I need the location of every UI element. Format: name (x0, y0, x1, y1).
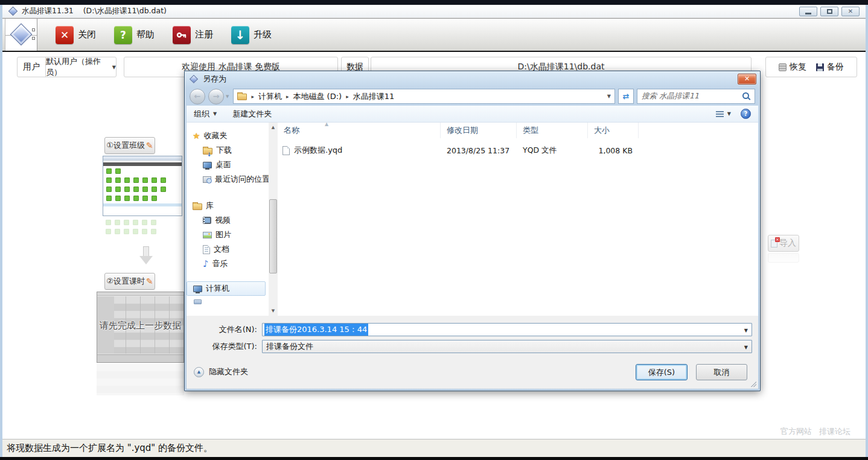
app-icon (8, 7, 18, 16)
official-site-link[interactable]: 官方网站 (780, 426, 812, 437)
chevron-down-icon: ▼ (213, 111, 217, 117)
file-size: 1,008 KB (588, 146, 639, 155)
key-icon (173, 26, 191, 44)
close-app-button[interactable]: ✕ 关闭 (56, 26, 96, 44)
sidebar-item-documents[interactable]: 文档 (187, 242, 269, 257)
scroll-up-icon[interactable]: ▲ (269, 123, 278, 132)
maximize-button[interactable] (820, 7, 838, 16)
main-toolbar: ✕ 关闭 ? 帮助 注册 ↓ 升级 (2, 18, 866, 52)
import-button[interactable]: 导入 (768, 235, 799, 252)
column-size[interactable]: 大小 (588, 123, 639, 138)
user-group: 用户 默认用户（操作员） ▼ (17, 57, 116, 77)
dialog-command-bar: 组织 ▼ 新建文件夹 ▼ ? (187, 106, 758, 123)
refresh-button[interactable]: ⇄ (618, 89, 634, 104)
dialog-title: 另存为 (203, 74, 226, 85)
new-folder-button[interactable]: 新建文件夹 (232, 109, 272, 120)
computer-icon (193, 286, 202, 292)
dialog-close-button[interactable]: ✕ (738, 74, 756, 85)
step1-set-classes-button[interactable]: ①设置班级 ✎ (104, 137, 155, 154)
sidebar-scrollbar[interactable]: ▲ ▼ (269, 123, 278, 316)
chevron-down-icon[interactable]: ▼ (744, 345, 748, 350)
file-type: YQD 文件 (517, 145, 588, 156)
breadcrumb-local-disk[interactable]: 本地磁盘 (D:) (293, 91, 342, 102)
forward-button[interactable]: → (208, 89, 224, 104)
views-button[interactable]: ▼ (716, 111, 731, 117)
column-empty (639, 123, 758, 138)
user-select[interactable]: 默认用户（操作员） ▼ (46, 56, 116, 78)
column-name[interactable]: 名称 (278, 123, 441, 138)
filename-input[interactable]: 排课备份2016.3.14 15：44 ▼ (262, 323, 752, 336)
app-logo-cell (5, 19, 37, 51)
column-date-modified[interactable]: 修改日期 (441, 123, 517, 138)
sidebar-item-recent-places[interactable]: 最近访问的位置 (187, 172, 269, 187)
savetype-select[interactable]: 排课备份文件 ▼ (262, 340, 752, 353)
sidebar-item-music[interactable]: ♪ 音乐 (187, 257, 269, 271)
window-bottom-border (0, 457, 868, 460)
question-icon: ? (114, 26, 132, 44)
breadcrumb-separator-icon: ▸ (251, 94, 254, 100)
timetable-thumbnail-reflection (97, 364, 184, 395)
sort-ascending-icon: ▲ (325, 121, 328, 127)
upgrade-button[interactable]: ↓ 升级 (231, 26, 272, 44)
dialog-nav-bar: ← → ▼ ▸ 计算机 ▸ 本地磁盘 (D:) ▸ 水晶排课11 ▼ ⇄ 搜索 … (187, 87, 758, 106)
column-type[interactable]: 类型 (517, 123, 588, 138)
chevron-down-icon[interactable]: ▼ (744, 328, 748, 333)
address-dropdown-icon[interactable]: ▼ (607, 94, 611, 99)
pencil-icon: ✎ (146, 276, 153, 286)
savetype-value: 排课备份文件 (264, 341, 313, 352)
user-label: 用户 (18, 57, 46, 77)
file-row[interactable]: 示例数据.yqd 2013/8/25 11:37 YQD 文件 1,008 KB (278, 143, 758, 158)
breadcrumb-separator-icon: ▸ (346, 94, 349, 100)
backup-button[interactable]: 备份 (816, 62, 844, 72)
down-arrow-icon (139, 246, 153, 269)
sidebar-item-libraries[interactable]: 库 (187, 199, 269, 213)
close-window-button[interactable]: ✕ (841, 7, 860, 16)
sidebar-item-computer[interactable]: 计算机 (187, 281, 266, 296)
savetype-label: 保存类型(T): (187, 341, 262, 352)
scroll-down-icon[interactable]: ▼ (269, 306, 278, 316)
help-icon[interactable]: ? (741, 109, 751, 119)
sidebar-item-pictures[interactable]: 图片 (187, 228, 269, 242)
step2-set-periods-button[interactable]: ②设置课时 ✎ (104, 273, 155, 290)
back-button[interactable]: ← (190, 89, 205, 104)
file-date: 2013/8/25 11:37 (441, 146, 517, 155)
restore-button[interactable]: 恢复 (779, 62, 806, 72)
import-file-icon (771, 240, 777, 248)
sidebar-item-favorites[interactable]: ★ 收藏夹 (187, 129, 269, 143)
register-button[interactable]: 注册 (173, 26, 213, 44)
sidebar-item-downloads[interactable]: ↓ 下载 (187, 143, 269, 158)
chevron-down-icon: ▼ (727, 111, 731, 117)
dialog-app-icon (190, 75, 198, 83)
save-button[interactable]: 保存(S) (636, 364, 688, 380)
search-placeholder: 搜索 水晶排课11 (642, 91, 742, 101)
scrollbar-thumb[interactable] (269, 199, 277, 273)
sidebar-item-videos[interactable]: 视频 (187, 213, 269, 228)
organize-menu[interactable]: 组织 ▼ (194, 109, 217, 120)
help-button[interactable]: ? 帮助 (114, 26, 155, 44)
breadcrumb-folder[interactable]: 水晶排课11 (353, 91, 395, 102)
dialog-body: ★ 收藏夹 ↓ 下载 桌面 最近访问的位置 库 (187, 123, 758, 316)
history-chevron-icon[interactable]: ▼ (226, 94, 229, 99)
timetable-thumbnail: 请先完成上一步数据 (97, 292, 184, 363)
pictures-icon (203, 232, 212, 238)
file-name: 示例数据.yqd (294, 145, 342, 156)
cancel-button[interactable]: 取消 (696, 364, 747, 380)
folder-icon (237, 94, 247, 100)
forum-link[interactable]: 排课论坛 (819, 426, 850, 437)
resize-grip[interactable] (750, 380, 756, 387)
save-as-dialog: 另存为 ✕ ← → ▼ ▸ 计算机 ▸ 本地磁盘 (D:) ▸ 水晶排课11 ▼… (184, 71, 761, 391)
status-bar: 将现数据生成为一个扩展名为 ".yqd" 的备份文件。 (2, 439, 866, 457)
search-input[interactable]: 搜索 水晶排课11 (637, 89, 755, 104)
window-top-border (0, 0, 868, 5)
download-arrow-icon: ↓ (231, 26, 249, 44)
file-list: ▲ 名称 修改日期 类型 大小 示例数据.yqd 2013/8/25 11:37… (278, 123, 758, 316)
breadcrumb-computer[interactable]: 计算机 (258, 91, 282, 102)
crystal-logo-icon (10, 24, 33, 46)
sidebar-item-desktop[interactable]: 桌面 (187, 158, 269, 172)
window-right-border (866, 5, 868, 457)
hide-folders-button[interactable]: ▲ 隐藏文件夹 (194, 366, 248, 377)
restore-icon (779, 63, 787, 71)
drive-icon (194, 299, 202, 304)
pencil-icon: ✎ (146, 141, 153, 150)
minimize-button[interactable] (799, 7, 817, 16)
